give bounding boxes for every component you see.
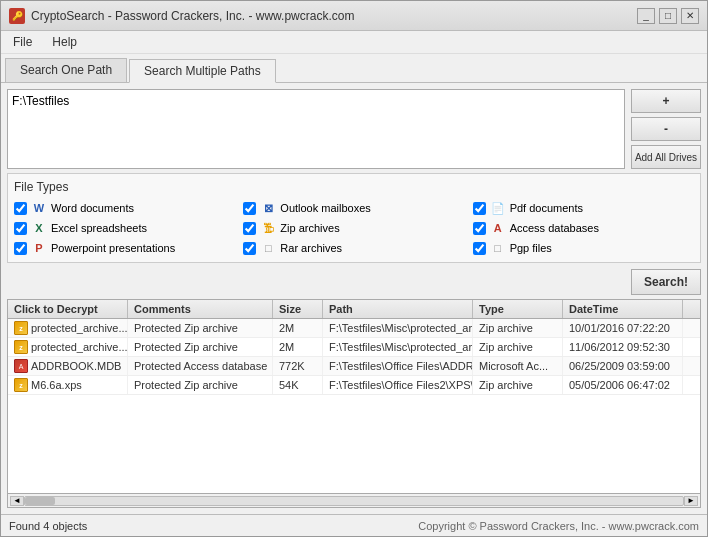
cell-size-2: 772K <box>273 357 323 375</box>
tab-search-one-path[interactable]: Search One Path <box>5 58 127 82</box>
cell-size-1: 2M <box>273 338 323 356</box>
results-header: Click to Decrypt Comments Size Path Type… <box>8 300 700 319</box>
table-row[interactable]: z M6.6a.xps Protected Zip archive 54K F:… <box>8 376 700 395</box>
cell-path-1: F:\Testfiles\Misc\protected_arc... <box>323 338 473 356</box>
remove-path-button[interactable]: - <box>631 117 701 141</box>
access-icon: A <box>490 220 506 236</box>
cell-type-1: Zip archive <box>473 338 563 356</box>
file-type-pgp: □ Pgp files <box>473 240 694 256</box>
add-all-drives-button[interactable]: Add All Drives <box>631 145 701 169</box>
word-icon: W <box>31 200 47 216</box>
zip-file-icon: z <box>14 340 28 354</box>
close-button[interactable]: ✕ <box>681 8 699 24</box>
zip-label: Zip archives <box>280 222 339 234</box>
pgp-label: Pgp files <box>510 242 552 254</box>
search-button[interactable]: Search! <box>631 269 701 295</box>
zip-file-icon: z <box>14 321 28 335</box>
scroll-right-button[interactable]: ► <box>684 496 698 506</box>
cell-comments-3: Protected Zip archive <box>128 376 273 394</box>
cell-type-2: Microsoft Ac... <box>473 357 563 375</box>
menu-help[interactable]: Help <box>44 33 85 51</box>
file-types-grid: W Word documents ⊠ Outlook mailboxes 📄 P… <box>14 200 694 256</box>
file-type-outlook: ⊠ Outlook mailboxes <box>243 200 464 216</box>
cell-comments-1: Protected Zip archive <box>128 338 273 356</box>
checkbox-word[interactable] <box>14 202 27 215</box>
cell-name-1: z protected_archive.... <box>8 338 128 356</box>
path-textarea[interactable]: F:\Testfiles <box>7 89 625 169</box>
minimize-button[interactable]: _ <box>637 8 655 24</box>
header-comments: Comments <box>128 300 273 318</box>
cell-name-2: A ADDRBOOK.MDB <box>8 357 128 375</box>
ppt-icon: P <box>31 240 47 256</box>
file-types-section: File Types W Word documents ⊠ Outlook ma… <box>7 173 701 263</box>
cell-comments-0: Protected Zip archive <box>128 319 273 337</box>
checkbox-zip[interactable] <box>243 222 256 235</box>
checkbox-outlook[interactable] <box>243 202 256 215</box>
file-type-zip: 🗜 Zip archives <box>243 220 464 236</box>
app-icon: 🔑 <box>9 8 25 24</box>
window-title: CryptoSearch - Password Crackers, Inc. -… <box>31 9 354 23</box>
outlook-label: Outlook mailboxes <box>280 202 371 214</box>
rar-label: Rar archives <box>280 242 342 254</box>
cell-datetime-0: 10/01/2016 07:22:20 <box>563 319 683 337</box>
checkbox-ppt[interactable] <box>14 242 27 255</box>
zip-file-icon: z <box>14 378 28 392</box>
cell-name-0: z protected_archive.... <box>8 319 128 337</box>
maximize-button[interactable]: □ <box>659 8 677 24</box>
tab-search-multiple-paths[interactable]: Search Multiple Paths <box>129 59 276 83</box>
outlook-icon: ⊠ <box>260 200 276 216</box>
mdb-file-icon: A <box>14 359 28 373</box>
search-btn-row: Search! <box>7 269 701 295</box>
cell-name-3: z M6.6a.xps <box>8 376 128 394</box>
cell-path-2: F:\Testfiles\Office Files\ADDR... <box>323 357 473 375</box>
status-bar: Found 4 objects Copyright © Password Cra… <box>1 514 707 536</box>
table-row[interactable]: z protected_archive.... Protected Zip ar… <box>8 319 700 338</box>
path-section: F:\Testfiles + - Add All Drives <box>7 89 701 169</box>
cell-type-0: Zip archive <box>473 319 563 337</box>
status-left: Found 4 objects <box>9 520 87 532</box>
pgp-icon: □ <box>490 240 506 256</box>
excel-icon: X <box>31 220 47 236</box>
status-right: Copyright © Password Crackers, Inc. - ww… <box>418 520 699 532</box>
header-type: Type <box>473 300 563 318</box>
excel-label: Excel spreadsheets <box>51 222 147 234</box>
pdf-label: Pdf documents <box>510 202 583 214</box>
menu-bar: File Help <box>1 31 707 54</box>
cell-path-0: F:\Testfiles\Misc\protected_arc... <box>323 319 473 337</box>
cell-datetime-2: 06/25/2009 03:59:00 <box>563 357 683 375</box>
access-label: Access databases <box>510 222 599 234</box>
cell-size-3: 54K <box>273 376 323 394</box>
cell-datetime-3: 05/05/2006 06:47:02 <box>563 376 683 394</box>
checkbox-excel[interactable] <box>14 222 27 235</box>
checkbox-access[interactable] <box>473 222 486 235</box>
cell-path-3: F:\Testfiles\Office Files2\XPS\... <box>323 376 473 394</box>
tabs-row: Search One Path Search Multiple Paths <box>1 54 707 83</box>
scroll-thumb[interactable] <box>25 497 55 505</box>
file-type-rar: □ Rar archives <box>243 240 464 256</box>
table-row[interactable]: z protected_archive.... Protected Zip ar… <box>8 338 700 357</box>
header-datetime: DateTime <box>563 300 683 318</box>
checkbox-pdf[interactable] <box>473 202 486 215</box>
main-content: F:\Testfiles + - Add All Drives File Typ… <box>1 83 707 514</box>
file-type-excel: X Excel spreadsheets <box>14 220 235 236</box>
header-size: Size <box>273 300 323 318</box>
add-path-button[interactable]: + <box>631 89 701 113</box>
title-bar: 🔑 CryptoSearch - Password Crackers, Inc.… <box>1 1 707 31</box>
scroll-left-button[interactable]: ◄ <box>10 496 24 506</box>
horizontal-scrollbar[interactable]: ◄ ► <box>8 493 700 507</box>
menu-file[interactable]: File <box>5 33 40 51</box>
file-type-pdf: 📄 Pdf documents <box>473 200 694 216</box>
path-buttons: + - Add All Drives <box>631 89 701 169</box>
header-path: Path <box>323 300 473 318</box>
title-bar-left: 🔑 CryptoSearch - Password Crackers, Inc.… <box>9 8 354 24</box>
rar-icon: □ <box>260 240 276 256</box>
scroll-track <box>24 496 684 506</box>
header-click-to-decrypt: Click to Decrypt <box>8 300 128 318</box>
cell-size-0: 2M <box>273 319 323 337</box>
checkbox-rar[interactable] <box>243 242 256 255</box>
results-body: z protected_archive.... Protected Zip ar… <box>8 319 700 493</box>
table-row[interactable]: A ADDRBOOK.MDB Protected Access database… <box>8 357 700 376</box>
file-type-ppt: P Powerpoint presentations <box>14 240 235 256</box>
checkbox-pgp[interactable] <box>473 242 486 255</box>
ppt-label: Powerpoint presentations <box>51 242 175 254</box>
